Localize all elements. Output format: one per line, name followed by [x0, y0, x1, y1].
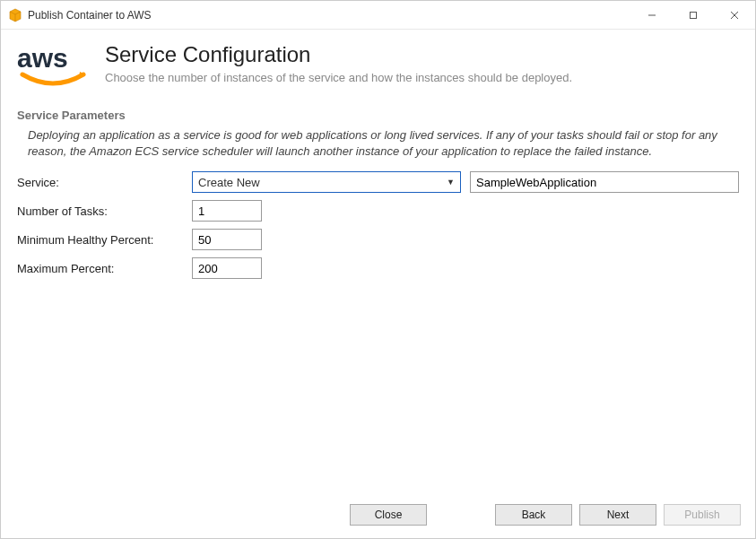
chevron-down-icon: ▼ — [447, 178, 455, 187]
svg-text:aws: aws — [17, 43, 68, 73]
tasks-label: Number of Tasks: — [17, 204, 183, 218]
service-select[interactable]: Create New ▼ — [192, 171, 461, 193]
min-healthy-input[interactable] — [192, 229, 262, 250]
close-window-button[interactable] — [714, 1, 755, 30]
next-button[interactable]: Next — [579, 504, 656, 526]
page-header: aws Service Configuration Choose the num… — [1, 30, 755, 103]
close-button[interactable]: Close — [350, 504, 427, 526]
titlebar: Publish Container to AWS — [1, 1, 755, 30]
service-parameters-section: Service Parameters Deploying an applicat… — [1, 103, 755, 171]
service-form: Service: Create New ▼ Number of Tasks: M… — [1, 171, 755, 286]
publish-button: Publish — [664, 504, 741, 526]
wizard-footer: Close Back Next Publish — [1, 495, 755, 538]
maximize-button[interactable] — [673, 1, 714, 30]
page-title: Service Configuration — [105, 42, 572, 67]
section-description: Deploying an application as a service is… — [17, 127, 739, 171]
minimize-button[interactable] — [631, 1, 673, 30]
svg-rect-3 — [691, 12, 697, 18]
back-button[interactable]: Back — [495, 504, 572, 526]
aws-cube-icon — [8, 8, 22, 22]
tasks-input[interactable] — [192, 200, 262, 222]
service-label: Service: — [17, 176, 183, 189]
max-percent-input[interactable] — [192, 257, 262, 279]
page-subtitle: Choose the number of instances of the se… — [105, 71, 572, 84]
section-title: Service Parameters — [17, 109, 739, 122]
min-healthy-label: Minimum Healthy Percent: — [17, 233, 183, 247]
service-name-input[interactable] — [470, 171, 739, 193]
service-select-value: Create New — [198, 176, 260, 189]
window-title: Publish Container to AWS — [28, 9, 152, 22]
max-percent-label: Maximum Percent: — [17, 262, 183, 275]
aws-logo-icon: aws — [17, 42, 89, 96]
